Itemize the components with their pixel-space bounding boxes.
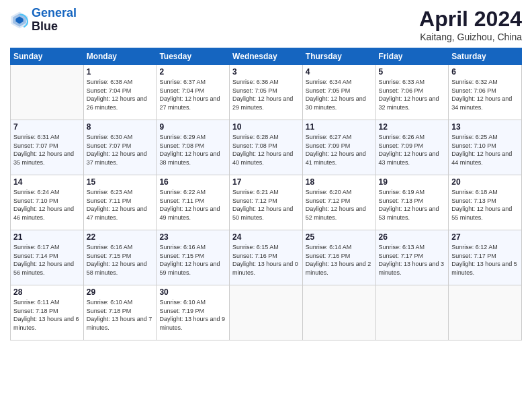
- day-number: 22: [87, 232, 154, 242]
- day-number: 10: [232, 122, 300, 132]
- week-row: 1Sunrise: 6:38 AMSunset: 7:04 PMDaylight…: [11, 65, 522, 120]
- day-info: Sunrise: 6:34 AMSunset: 7:05 PMDaylight:…: [306, 78, 373, 111]
- day-info: Sunrise: 6:36 AMSunset: 7:05 PMDaylight:…: [232, 78, 300, 111]
- day-info: Sunrise: 6:16 AMSunset: 7:15 PMDaylight:…: [159, 243, 226, 277]
- day-info: Sunrise: 6:21 AMSunset: 7:12 PMDaylight:…: [232, 188, 300, 222]
- calendar-cell: 17Sunrise: 6:21 AMSunset: 7:12 PMDayligh…: [230, 175, 303, 230]
- day-info: Sunrise: 6:27 AMSunset: 7:09 PMDaylight:…: [306, 133, 373, 167]
- weekday-header: Wednesday: [230, 48, 303, 65]
- calendar-cell: [375, 285, 449, 340]
- day-number: 17: [232, 177, 300, 187]
- day-number: 16: [159, 177, 226, 187]
- day-number: 13: [451, 122, 519, 132]
- day-number: 18: [306, 177, 373, 187]
- weekday-header: Tuesday: [157, 48, 230, 65]
- weekday-header: Sunday: [11, 48, 84, 65]
- calendar-cell: 4Sunrise: 6:34 AMSunset: 7:05 PMDaylight…: [302, 65, 375, 120]
- day-number: 26: [379, 232, 446, 242]
- day-number: 24: [232, 232, 300, 242]
- day-number: 3: [232, 67, 300, 77]
- day-info: Sunrise: 6:13 AMSunset: 7:17 PMDaylight:…: [379, 243, 446, 277]
- weekday-header: Thursday: [302, 48, 375, 65]
- calendar-cell: 25Sunrise: 6:14 AMSunset: 7:16 PMDayligh…: [302, 230, 375, 285]
- day-number: 5: [379, 67, 446, 77]
- day-info: Sunrise: 6:17 AMSunset: 7:14 PMDaylight:…: [13, 243, 81, 277]
- calendar-cell: 23Sunrise: 6:16 AMSunset: 7:15 PMDayligh…: [157, 230, 230, 285]
- logo: General Blue: [10, 7, 77, 34]
- day-info: Sunrise: 6:28 AMSunset: 7:08 PMDaylight:…: [232, 133, 300, 167]
- calendar-cell: 11Sunrise: 6:27 AMSunset: 7:09 PMDayligh…: [302, 120, 375, 175]
- week-row: 7Sunrise: 6:31 AMSunset: 7:07 PMDaylight…: [11, 120, 522, 175]
- day-number: 8: [87, 122, 154, 132]
- calendar-cell: 5Sunrise: 6:33 AMSunset: 7:06 PMDaylight…: [375, 65, 449, 120]
- day-number: 6: [451, 67, 519, 77]
- calendar-cell: 29Sunrise: 6:10 AMSunset: 7:18 PMDayligh…: [83, 285, 157, 340]
- calendar-cell: 16Sunrise: 6:22 AMSunset: 7:11 PMDayligh…: [157, 175, 230, 230]
- calendar-table: SundayMondayTuesdayWednesdayThursdayFrid…: [10, 48, 522, 340]
- day-number: 28: [13, 287, 81, 297]
- day-info: Sunrise: 6:23 AMSunset: 7:11 PMDaylight:…: [87, 188, 154, 222]
- calendar-cell: 22Sunrise: 6:16 AMSunset: 7:15 PMDayligh…: [83, 230, 157, 285]
- day-number: 25: [306, 232, 373, 242]
- week-row: 21Sunrise: 6:17 AMSunset: 7:14 PMDayligh…: [11, 230, 522, 285]
- calendar-cell: [230, 285, 303, 340]
- day-number: 1: [87, 67, 154, 77]
- calendar-cell: 2Sunrise: 6:37 AMSunset: 7:04 PMDaylight…: [157, 65, 230, 120]
- logo-icon: [10, 11, 29, 30]
- weekday-header: Monday: [83, 48, 157, 65]
- calendar-cell: 3Sunrise: 6:36 AMSunset: 7:05 PMDaylight…: [230, 65, 303, 120]
- week-row: 28Sunrise: 6:11 AMSunset: 7:18 PMDayligh…: [11, 285, 522, 340]
- weekday-header: Saturday: [449, 48, 522, 65]
- day-info: Sunrise: 6:10 AMSunset: 7:18 PMDaylight:…: [87, 298, 154, 332]
- calendar-cell: 27Sunrise: 6:12 AMSunset: 7:17 PMDayligh…: [449, 230, 522, 285]
- weekday-header: Friday: [375, 48, 449, 65]
- calendar-cell: 9Sunrise: 6:29 AMSunset: 7:08 PMDaylight…: [157, 120, 230, 175]
- day-number: 15: [87, 177, 154, 187]
- calendar-cell: 1Sunrise: 6:38 AMSunset: 7:04 PMDaylight…: [83, 65, 157, 120]
- day-number: 11: [306, 122, 373, 132]
- weekday-header-row: SundayMondayTuesdayWednesdayThursdayFrid…: [11, 48, 522, 65]
- day-info: Sunrise: 6:10 AMSunset: 7:19 PMDaylight:…: [159, 298, 226, 332]
- calendar-cell: 21Sunrise: 6:17 AMSunset: 7:14 PMDayligh…: [11, 230, 84, 285]
- month-title: April 2024: [419, 7, 522, 32]
- logo-text: General Blue: [32, 7, 77, 34]
- day-number: 23: [159, 232, 226, 242]
- calendar-cell: 7Sunrise: 6:31 AMSunset: 7:07 PMDaylight…: [11, 120, 84, 175]
- calendar-cell: 20Sunrise: 6:18 AMSunset: 7:13 PMDayligh…: [449, 175, 522, 230]
- day-number: 19: [379, 177, 446, 187]
- day-info: Sunrise: 6:29 AMSunset: 7:08 PMDaylight:…: [159, 133, 226, 167]
- day-info: Sunrise: 6:22 AMSunset: 7:11 PMDaylight:…: [159, 188, 226, 222]
- day-number: 12: [379, 122, 446, 132]
- day-info: Sunrise: 6:14 AMSunset: 7:16 PMDaylight:…: [306, 243, 373, 277]
- day-number: 2: [159, 67, 226, 77]
- calendar-cell: 28Sunrise: 6:11 AMSunset: 7:18 PMDayligh…: [11, 285, 84, 340]
- day-number: 27: [451, 232, 519, 242]
- calendar-cell: 10Sunrise: 6:28 AMSunset: 7:08 PMDayligh…: [230, 120, 303, 175]
- location: Kaitang, Guizhou, China: [419, 32, 522, 42]
- calendar-cell: 15Sunrise: 6:23 AMSunset: 7:11 PMDayligh…: [83, 175, 157, 230]
- calendar-cell: 30Sunrise: 6:10 AMSunset: 7:19 PMDayligh…: [157, 285, 230, 340]
- day-info: Sunrise: 6:11 AMSunset: 7:18 PMDaylight:…: [13, 298, 81, 332]
- day-info: Sunrise: 6:37 AMSunset: 7:04 PMDaylight:…: [159, 78, 226, 111]
- day-number: 7: [13, 122, 81, 132]
- day-info: Sunrise: 6:18 AMSunset: 7:13 PMDaylight:…: [451, 188, 519, 222]
- calendar-cell: [449, 285, 522, 340]
- calendar-cell: 6Sunrise: 6:32 AMSunset: 7:06 PMDaylight…: [449, 65, 522, 120]
- calendar-cell: 12Sunrise: 6:26 AMSunset: 7:09 PMDayligh…: [375, 120, 449, 175]
- calendar-cell: 19Sunrise: 6:19 AMSunset: 7:13 PMDayligh…: [375, 175, 449, 230]
- day-info: Sunrise: 6:24 AMSunset: 7:10 PMDaylight:…: [13, 188, 81, 222]
- day-number: 14: [13, 177, 81, 187]
- title-block: April 2024 Kaitang, Guizhou, China: [419, 7, 522, 42]
- day-number: 4: [306, 67, 373, 77]
- calendar-cell: 26Sunrise: 6:13 AMSunset: 7:17 PMDayligh…: [375, 230, 449, 285]
- calendar-cell: 8Sunrise: 6:30 AMSunset: 7:07 PMDaylight…: [83, 120, 157, 175]
- calendar-cell: 13Sunrise: 6:25 AMSunset: 7:10 PMDayligh…: [449, 120, 522, 175]
- day-info: Sunrise: 6:15 AMSunset: 7:16 PMDaylight:…: [232, 243, 300, 277]
- page-header: General Blue April 2024 Kaitang, Guizhou…: [10, 7, 522, 42]
- day-info: Sunrise: 6:25 AMSunset: 7:10 PMDaylight:…: [451, 133, 519, 167]
- day-info: Sunrise: 6:38 AMSunset: 7:04 PMDaylight:…: [87, 78, 154, 111]
- day-number: 29: [87, 287, 154, 297]
- calendar-cell: [11, 65, 84, 120]
- day-info: Sunrise: 6:33 AMSunset: 7:06 PMDaylight:…: [379, 78, 446, 111]
- day-info: Sunrise: 6:12 AMSunset: 7:17 PMDaylight:…: [451, 243, 519, 277]
